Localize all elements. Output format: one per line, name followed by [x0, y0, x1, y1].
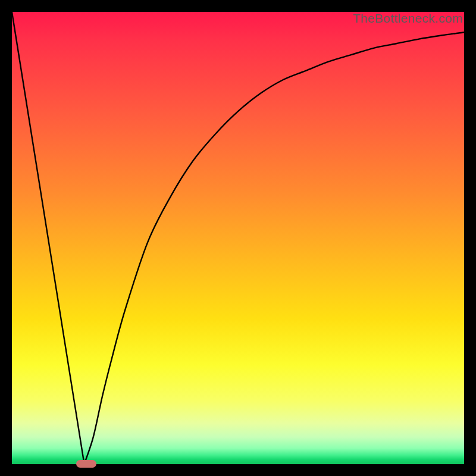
chart-frame: TheBottleneck.com: [12, 12, 464, 464]
curve-layer: [12, 12, 464, 464]
optimal-marker: [76, 460, 96, 468]
watermark-text: TheBottleneck.com: [353, 11, 463, 26]
bottleneck-curve: [12, 12, 464, 464]
